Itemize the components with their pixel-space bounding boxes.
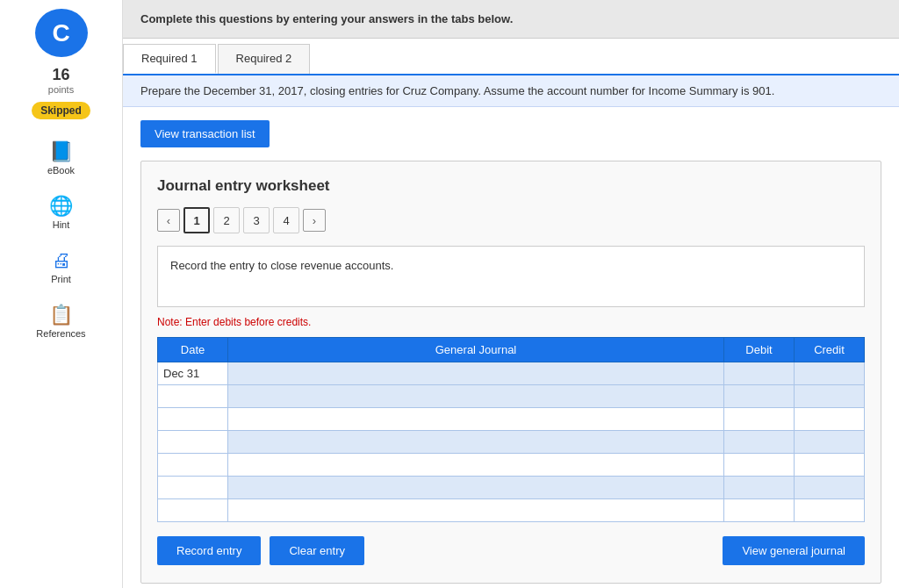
row7-debit[interactable]	[724, 499, 795, 522]
row6-debit-input[interactable]	[730, 481, 788, 494]
row3-credit-input[interactable]	[800, 412, 859, 426]
row6-journal-input[interactable]	[234, 481, 718, 494]
row3-debit[interactable]	[724, 408, 795, 431]
row5-credit[interactable]	[795, 454, 865, 477]
row4-date	[158, 431, 228, 454]
clear-entry-button[interactable]: Clear entry	[270, 536, 364, 565]
row7-debit-input[interactable]	[730, 504, 788, 517]
row4-credit[interactable]	[795, 431, 865, 454]
table-row	[158, 454, 865, 477]
sidebar: C 16 points Skipped 📘 eBook 🌐 Hint 🖨 Pri…	[0, 0, 123, 588]
page-prev-button[interactable]: ‹	[157, 209, 180, 232]
row4-debit-input[interactable]	[730, 435, 788, 448]
row1-journal[interactable]	[228, 362, 724, 385]
row6-credit[interactable]	[795, 477, 865, 499]
sidebar-item-print[interactable]: 🖨 Print	[12, 244, 110, 290]
row5-debit[interactable]	[724, 454, 795, 477]
row1-debit[interactable]	[724, 362, 795, 385]
row4-journal[interactable]	[228, 431, 724, 454]
sidebar-item-hint[interactable]: 🌐 Hint	[12, 190, 110, 235]
table-row	[158, 499, 865, 522]
row4-credit-input[interactable]	[800, 435, 859, 448]
hint-icon: 🌐	[49, 195, 73, 218]
row3-credit[interactable]	[795, 408, 865, 431]
row2-date	[158, 385, 228, 408]
journal-table: Date General Journal Debit Credit Dec 31	[157, 337, 865, 522]
tab-required1[interactable]: Required 1	[123, 44, 216, 74]
page-3-button[interactable]: 3	[243, 207, 270, 233]
row4-journal-input[interactable]	[234, 435, 718, 448]
description-box: Record the entry to close revenue accoun…	[157, 246, 865, 307]
row6-journal[interactable]	[228, 477, 724, 499]
table-row	[158, 477, 865, 499]
print-icon: 🖨	[52, 249, 71, 272]
row5-journal[interactable]	[228, 454, 724, 477]
tab-required2[interactable]: Required 2	[218, 44, 311, 74]
sidebar-item-references[interactable]: 📋 References	[12, 298, 110, 344]
logo: C	[35, 9, 88, 57]
page-next-button[interactable]: ›	[303, 209, 326, 232]
row2-journal[interactable]	[228, 385, 724, 408]
view-transaction-button[interactable]: View transaction list	[140, 120, 270, 147]
row5-journal-input[interactable]	[234, 458, 718, 471]
row1-date: Dec 31	[158, 362, 228, 385]
note-text: Note: Enter debits before credits.	[157, 316, 865, 328]
page-4-button[interactable]: 4	[273, 207, 299, 233]
header-date: Date	[158, 338, 228, 362]
row4-debit[interactable]	[724, 431, 795, 454]
page-1-button[interactable]: 1	[183, 207, 210, 233]
sidebar-items: 📘 eBook 🌐 Hint 🖨 Print 📋 References	[0, 135, 122, 344]
ebook-icon: 📘	[49, 140, 73, 163]
sidebar-item-ebook[interactable]: 📘 eBook	[12, 135, 110, 181]
row5-debit-input[interactable]	[730, 458, 788, 471]
row7-journal-input[interactable]	[234, 504, 718, 517]
tabs-row: Required 1 Required 2	[123, 39, 899, 75]
points-label: points	[48, 84, 74, 95]
row3-journal-input[interactable]	[234, 412, 718, 426]
row7-date	[158, 499, 228, 522]
page-2-button[interactable]: 2	[213, 207, 240, 233]
print-label: Print	[51, 274, 71, 284]
table-row	[158, 385, 865, 408]
row1-credit-input[interactable]	[800, 367, 859, 380]
row7-credit[interactable]	[795, 499, 865, 522]
action-buttons: Record entry Clear entry View general jo…	[157, 536, 865, 565]
row5-date	[158, 454, 228, 477]
row5-credit-input[interactable]	[800, 458, 859, 471]
row7-journal[interactable]	[228, 499, 724, 522]
logo-letter: C	[52, 19, 69, 47]
worksheet-title: Journal entry worksheet	[157, 177, 865, 195]
header-credit: Credit	[795, 338, 865, 362]
row1-journal-input[interactable]	[234, 367, 718, 380]
points-section: 16 points	[48, 66, 74, 95]
row2-debit[interactable]	[724, 385, 795, 408]
row1-credit[interactable]	[795, 362, 865, 385]
question-text: Prepare the December 31, 2017, closing e…	[140, 84, 774, 97]
table-row	[158, 408, 865, 431]
row6-credit-input[interactable]	[800, 481, 859, 494]
row3-journal[interactable]	[228, 408, 724, 431]
row2-credit-input[interactable]	[800, 390, 859, 403]
journal-worksheet: Journal entry worksheet ‹ 1 2 3 4 › Reco…	[140, 161, 881, 584]
row1-debit-input[interactable]	[730, 367, 788, 380]
row6-date	[158, 477, 228, 499]
view-general-journal-button[interactable]: View general journal	[723, 536, 865, 565]
row2-debit-input[interactable]	[730, 390, 788, 403]
points-number: 16	[48, 66, 74, 84]
row6-debit[interactable]	[724, 477, 795, 499]
main-content: Complete this questions by entering your…	[123, 0, 899, 588]
row7-credit-input[interactable]	[800, 504, 859, 517]
record-entry-button[interactable]: Record entry	[157, 536, 261, 565]
references-label: References	[36, 328, 85, 339]
header-debit: Debit	[724, 338, 795, 362]
references-icon: 📋	[49, 304, 73, 326]
row2-credit[interactable]	[795, 385, 865, 408]
instruction-bar: Complete this questions by entering your…	[123, 0, 899, 39]
row3-debit-input[interactable]	[730, 412, 788, 426]
table-row: Dec 31	[158, 362, 865, 385]
ebook-label: eBook	[47, 165, 75, 176]
hint-label: Hint	[53, 219, 70, 230]
row2-journal-input[interactable]	[234, 390, 718, 403]
content-area: View transaction list Journal entry work…	[123, 107, 899, 588]
description-text: Record the entry to close revenue accoun…	[170, 259, 393, 272]
